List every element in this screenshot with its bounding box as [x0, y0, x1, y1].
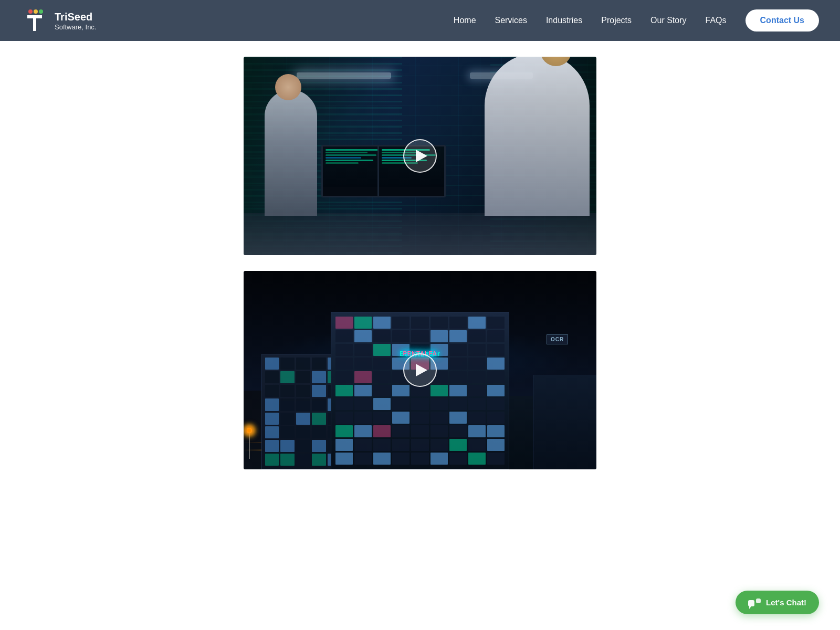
lamp-post-1: [249, 430, 250, 459]
lamp-light-5: [247, 428, 251, 432]
nav-link-projects[interactable]: Projects: [601, 16, 632, 25]
brand-name: TriSeed: [55, 10, 96, 23]
brand-subtitle: Software, Inc.: [55, 23, 96, 31]
chat-label: Let's Chat!: [766, 598, 806, 607]
chat-widget[interactable]: Let's Chat!: [736, 591, 819, 614]
video-thumbnail-2[interactable]: THALES Bitdefender PENTALFA OCR: [244, 271, 596, 469]
brand-logo-link[interactable]: TriSeed Software, Inc.: [21, 7, 96, 34]
screen-line-5: [326, 160, 373, 161]
right-building-1: [533, 375, 596, 469]
main-content: THALES Bitdefender PENTALFA OCR: [0, 41, 840, 501]
logo-t-vertical: [33, 18, 36, 31]
corner-sign: OCR: [547, 334, 568, 344]
nav-link-faqs[interactable]: FAQs: [706, 16, 727, 25]
nav-item-our-story[interactable]: Our Story: [650, 16, 686, 25]
screen-line-2: [326, 152, 368, 153]
screen-line-3: [326, 154, 376, 156]
chat-icon-container: [748, 598, 761, 606]
ceiling-light-1: [297, 72, 391, 79]
left-building-windows: [265, 358, 342, 466]
window-grid: [335, 317, 505, 465]
nav-item-industries[interactable]: Industries: [546, 16, 582, 25]
play-triangle-icon-1: [416, 150, 427, 162]
navbar: TriSeed Software, Inc. Home Services Ind…: [0, 0, 840, 41]
contact-us-button[interactable]: Contact Us: [746, 9, 819, 32]
main-building: [331, 312, 509, 469]
nav-link-home[interactable]: Home: [454, 16, 476, 25]
screen-line-4: [326, 157, 361, 159]
nav-link-industries[interactable]: Industries: [546, 16, 582, 25]
logo-t-horizontal: [27, 15, 42, 18]
nav-cta-item[interactable]: Contact Us: [746, 9, 819, 32]
person-left-silhouette: [265, 90, 317, 216]
brand-logo-svg: [21, 7, 48, 34]
person-right-silhouette: [485, 57, 590, 216]
video-thumbnail-1[interactable]: [244, 57, 596, 255]
nav-item-home[interactable]: Home: [454, 16, 476, 25]
chat-bubble-icon-small: [756, 598, 761, 603]
chat-bubble-tail: [749, 606, 751, 609]
screen-line-6: [326, 162, 359, 164]
dot-yellow: [34, 9, 38, 14]
dot-green: [39, 9, 43, 14]
nav-item-faqs[interactable]: FAQs: [706, 16, 727, 25]
screen-line-1: [326, 149, 380, 151]
play-triangle-icon-2: [416, 364, 427, 376]
nav-item-services[interactable]: Services: [495, 16, 527, 25]
nav-menu: Home Services Industries Projects Our St…: [454, 9, 819, 32]
nav-link-our-story[interactable]: Our Story: [650, 16, 686, 25]
desk-surface: [244, 213, 596, 255]
nav-link-services[interactable]: Services: [495, 16, 527, 25]
play-button-1[interactable]: [403, 139, 437, 173]
chat-bubble-icon: [748, 600, 754, 606]
nav-item-projects[interactable]: Projects: [601, 16, 632, 25]
play-button-2[interactable]: [403, 353, 437, 387]
brand-text-block: TriSeed Software, Inc.: [55, 10, 96, 31]
dot-red: [28, 9, 33, 14]
